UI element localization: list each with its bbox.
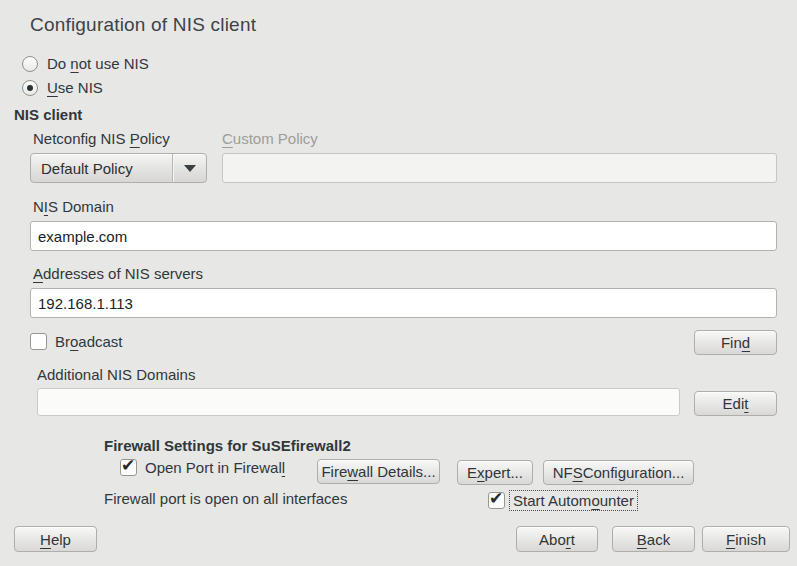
open-port-label: Open Port in Firewall (145, 459, 285, 476)
checkbox-icon[interactable]: ✔ (120, 459, 137, 476)
radio-use-nis[interactable]: Use NIS (22, 79, 103, 96)
additional-domains-input (37, 388, 680, 416)
abort-button[interactable]: Abort (516, 526, 598, 552)
nis-domain-input[interactable] (30, 221, 777, 251)
expert-button[interactable]: Expert... (457, 460, 533, 485)
start-automounter-checkbox[interactable]: ✔ Start Automounter (488, 492, 636, 509)
back-button[interactable]: Back (612, 526, 695, 552)
custom-policy-label: Custom Policy (222, 130, 318, 147)
radio-do-not-use-nis-label: Do not use NIS (47, 55, 149, 72)
help-button[interactable]: Help (14, 526, 97, 552)
radio-use-nis-label: Use NIS (47, 79, 103, 96)
find-button[interactable]: Find (694, 330, 777, 355)
nis-domain-label: NIS Domain (33, 198, 114, 215)
page-title: Configuration of NIS client (30, 14, 256, 36)
netconfig-policy-label: Netconfig NIS Policy (33, 130, 170, 147)
nis-client-dialog: Configuration of NIS client Do not use N… (0, 0, 797, 566)
firewall-details-button[interactable]: Firewall Details... (317, 459, 440, 484)
netconfig-policy-select[interactable]: Default Policy (30, 153, 207, 183)
start-automounter-label: Start Automounter (511, 492, 636, 509)
checkbox-icon[interactable]: ✔ (30, 333, 47, 350)
nfs-configuration-button[interactable]: NFS Configuration... (543, 460, 694, 485)
broadcast-label: Broadcast (55, 333, 123, 350)
open-port-checkbox[interactable]: ✔ Open Port in Firewall (120, 459, 285, 476)
radio-icon[interactable] (22, 80, 38, 96)
custom-policy-input (222, 153, 777, 183)
additional-domains-label: Additional NIS Domains (37, 366, 195, 383)
dropdown-arrow-icon[interactable] (173, 165, 206, 172)
radio-do-not-use-nis[interactable]: Do not use NIS (22, 55, 149, 72)
checkbox-icon[interactable]: ✔ (488, 492, 505, 509)
finish-button[interactable]: Finish (702, 526, 790, 552)
section-title-nis-client: NIS client (14, 106, 82, 123)
nis-servers-label: Addresses of NIS servers (33, 265, 203, 282)
netconfig-policy-selected-value: Default Policy (31, 160, 172, 177)
broadcast-checkbox[interactable]: ✔ Broadcast (30, 333, 123, 350)
firewall-status-text: Firewall port is open on all interfaces (104, 490, 347, 507)
edit-button[interactable]: Edit (694, 391, 777, 416)
nis-servers-input[interactable] (30, 288, 777, 318)
firewall-section-title: Firewall Settings for SuSEfirewall2 (104, 437, 351, 454)
radio-icon[interactable] (22, 56, 38, 72)
